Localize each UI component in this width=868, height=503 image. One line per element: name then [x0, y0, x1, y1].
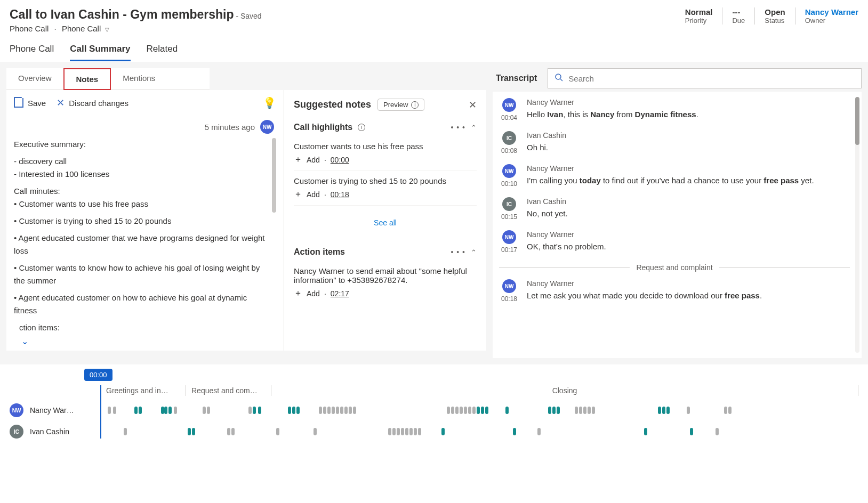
- timeline-panel: 00:00 Greetings and in… Request and com……: [0, 364, 868, 448]
- add-button[interactable]: Add: [307, 156, 320, 164]
- record-meta: Normal Priority --- Due Open Status Nanc…: [676, 7, 858, 33]
- transcript-time: 00:10: [499, 180, 519, 188]
- transcript-text: I'm calling you today to find out if you…: [527, 175, 850, 187]
- info-icon: i: [411, 101, 419, 109]
- speaker-name: Nancy Warner: [527, 164, 850, 173]
- search-box[interactable]: [548, 68, 862, 88]
- plus-icon[interactable]: ＋: [294, 288, 302, 299]
- suggested-title: Suggested notes: [294, 99, 371, 110]
- save-button[interactable]: Save: [14, 98, 46, 108]
- page-title: Call to Ivan Cashin - Gym membership: [10, 7, 234, 21]
- time-link[interactable]: 00:00: [331, 156, 349, 164]
- segment-divider: Request and complaint: [499, 263, 858, 272]
- add-button[interactable]: Add: [307, 190, 320, 199]
- transcript-row[interactable]: IC 00:15 Ivan Cashin No, not yet.: [499, 197, 858, 221]
- avatar: NW: [502, 279, 516, 293]
- avatar: NW: [10, 403, 23, 417]
- avatar: IC: [502, 197, 516, 211]
- speaker-name: Nancy Warner: [527, 230, 850, 239]
- playhead-marker[interactable]: 00:00: [84, 369, 112, 381]
- svg-point-0: [556, 74, 561, 79]
- transcript-time: 00:15: [499, 213, 519, 221]
- timeline-track[interactable]: IC Ivan Cashin: [10, 425, 858, 439]
- action-items-heading: Action items: [294, 247, 345, 257]
- expand-chevron-icon[interactable]: ⌄: [14, 334, 276, 348]
- subtab-overview[interactable]: Overview: [6, 68, 63, 90]
- chevron-up-icon[interactable]: ⌃: [471, 124, 477, 132]
- see-all-link[interactable]: See all: [294, 218, 477, 227]
- plus-icon[interactable]: ＋: [294, 189, 302, 200]
- subtab-mentions[interactable]: Mentions: [111, 68, 167, 90]
- add-button[interactable]: Add: [307, 289, 320, 298]
- avatar: IC: [10, 425, 23, 439]
- time-link[interactable]: 00:18: [331, 190, 349, 199]
- save-status: - Saved: [236, 12, 261, 20]
- save-icon: [14, 98, 23, 108]
- meta-priority[interactable]: Normal Priority: [676, 7, 723, 25]
- highlight-item: Customer wants to use his free pass ＋ Ad…: [294, 136, 477, 171]
- action-item: Nancy Warner to send email about "some h…: [294, 261, 477, 304]
- svg-line-1: [560, 79, 562, 81]
- meta-status[interactable]: Open Status: [755, 7, 795, 25]
- transcript-text: Hello Ivan, this is Nancy from Dynamic f…: [527, 109, 850, 121]
- segment-request[interactable]: Request and com…: [186, 385, 271, 396]
- search-icon: [554, 73, 563, 84]
- transcript-row[interactable]: NW 00:17 Nancy Warner OK, that's no prob…: [499, 230, 858, 254]
- highlight-item: Customer is trying to shed 15 to 20 poun…: [294, 171, 477, 206]
- transcript-text: No, not yet.: [527, 208, 850, 220]
- more-icon[interactable]: • • •: [451, 248, 465, 256]
- plus-icon[interactable]: ＋: [294, 154, 302, 165]
- time-link[interactable]: 02:17: [331, 289, 349, 298]
- avatar: NW: [502, 230, 516, 244]
- speaker-name: Ivan Cashin: [527, 197, 850, 206]
- subtab-blank: [167, 68, 210, 90]
- chevron-up-icon[interactable]: ⌃: [471, 248, 477, 256]
- segment-greetings[interactable]: Greetings and in…: [100, 385, 186, 396]
- speaker-name: Nancy Warner: [527, 98, 850, 107]
- main-tabs: Phone Call Call Summary Related: [0, 36, 868, 62]
- avatar: NW: [502, 98, 516, 112]
- tab-call-summary[interactable]: Call Summary: [70, 44, 130, 61]
- scrollbar-thumb[interactable]: [272, 138, 276, 213]
- info-icon[interactable]: i: [358, 124, 365, 131]
- subtab-notes[interactable]: Notes: [63, 68, 111, 90]
- meta-due[interactable]: --- Due: [722, 7, 755, 25]
- timeline-track[interactable]: NW Nancy War…: [10, 403, 858, 417]
- speech-track[interactable]: [90, 407, 858, 414]
- lightbulb-icon[interactable]: 💡: [263, 96, 276, 109]
- speaker-name: Nancy Warner: [527, 279, 850, 288]
- tab-related[interactable]: Related: [147, 44, 178, 61]
- transcript-row[interactable]: IC 00:08 Ivan Cashin Oh hi.: [499, 131, 858, 155]
- tab-phone-call[interactable]: Phone Call: [10, 44, 54, 61]
- avatar: NW: [260, 120, 274, 134]
- chevron-down-icon[interactable]: ▽: [105, 27, 109, 33]
- preview-badge[interactable]: Preview i: [377, 99, 424, 111]
- segment-closing[interactable]: Closing: [271, 385, 858, 396]
- transcript-row[interactable]: NW 00:18 Nancy Warner Let me ask you wha…: [499, 279, 858, 303]
- note-timestamp: 5 minutes ago: [205, 123, 255, 132]
- avatar: NW: [502, 164, 516, 178]
- page-header: Call to Ivan Cashin - Gym membership - S…: [0, 0, 868, 36]
- more-icon[interactable]: • • •: [451, 123, 465, 132]
- call-highlights-heading: Call highlights: [294, 123, 352, 132]
- speaker-name: Ivan Cashin: [527, 131, 850, 140]
- transcript-row[interactable]: NW 00:04 Nancy Warner Hello Ivan, this i…: [499, 98, 858, 121]
- transcript-heading: Transcript: [493, 68, 540, 88]
- notes-editor: Save ✕ Discard changes 💡 5 minutes ago N…: [6, 90, 284, 351]
- search-input[interactable]: [568, 74, 855, 83]
- breadcrumb[interactable]: Phone Call · Phone Call ▽: [10, 24, 262, 33]
- transcript-text: Let me ask you what made you decide to d…: [527, 290, 850, 302]
- transcript-time: 00:17: [499, 246, 519, 254]
- transcript-row[interactable]: NW 00:10 Nancy Warner I'm calling you to…: [499, 164, 858, 188]
- scrollbar-thumb[interactable]: [855, 97, 859, 145]
- discard-button[interactable]: ✕ Discard changes: [57, 97, 128, 109]
- close-icon[interactable]: ✕: [469, 99, 477, 111]
- meta-owner[interactable]: Nancy Warner Owner: [795, 7, 858, 25]
- transcript-panel: NW 00:04 Nancy Warner Hello Ivan, this i…: [493, 92, 862, 358]
- speech-track[interactable]: [90, 428, 858, 435]
- track-speaker-name: Nancy War…: [30, 406, 83, 415]
- transcript-text: OK, that's no problem.: [527, 241, 850, 253]
- transcript-time: 00:18: [499, 295, 519, 303]
- transcript-time: 00:04: [499, 114, 519, 121]
- notes-textarea[interactable]: Executive summary: - discovery call - In…: [14, 138, 276, 334]
